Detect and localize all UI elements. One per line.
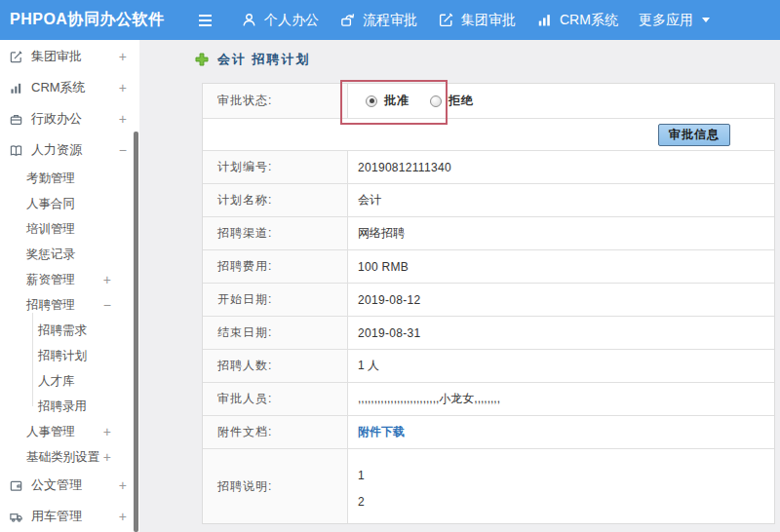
field-value: 网络招聘 xyxy=(348,217,774,249)
nav-item-group-approval[interactable]: 集团审批 xyxy=(438,12,516,29)
document-icon xyxy=(9,478,23,493)
expand-icon[interactable]: + xyxy=(103,272,111,287)
radio-approve-label[interactable]: 批准 xyxy=(384,93,410,109)
sidebar-item-label: 考勤管理 xyxy=(26,171,75,187)
nav-label: CRM系统 xyxy=(560,12,618,29)
approval-info-button[interactable]: 审批信息 xyxy=(658,124,730,146)
form-row-description: 招聘说明: 1 2 xyxy=(203,449,774,523)
radio-approve[interactable] xyxy=(366,95,377,107)
form-row-button: 审批信息 xyxy=(203,119,774,151)
sidebar-item-training[interactable]: 培训管理 xyxy=(0,216,139,242)
description-line: 1 xyxy=(358,463,774,489)
nav-item-process-approval[interactable]: 流程审批 xyxy=(339,12,417,29)
expand-icon[interactable]: + xyxy=(119,49,127,64)
sidebar-item-hr-contract[interactable]: 人事合同 xyxy=(0,191,139,216)
sidebar-item-label: 招聘需求 xyxy=(38,323,87,339)
form-row-status: 审批状态: 批准 拒绝 xyxy=(203,84,774,119)
user-icon xyxy=(241,12,257,28)
form-row-approvers: 审批人员: ,,,,,,,,,,,,,,,,,,,,,,,,,小龙女,,,,,,… xyxy=(203,383,774,416)
sidebar-item-recruit-plan[interactable]: 招聘计划 xyxy=(0,343,139,368)
sidebar-item-crm[interactable]: CRM系统 + xyxy=(0,72,139,103)
field-value: 2019-08-12 xyxy=(348,284,774,316)
edit-square-icon xyxy=(9,50,23,64)
expand-icon[interactable]: + xyxy=(103,449,111,465)
nav-item-crm[interactable]: CRM系统 xyxy=(536,12,618,29)
field-label: 计划编号: xyxy=(203,151,348,183)
form-row-headcount: 招聘人数: 1 人 xyxy=(203,350,774,383)
field-label: 审批状态: xyxy=(203,84,348,118)
flow-icon xyxy=(339,12,356,28)
page-header: 会计 招聘计划 xyxy=(195,51,311,68)
sidebar-item-label: 培训管理 xyxy=(26,221,75,238)
form-row-attachment: 附件文档: 附件下载 xyxy=(203,416,774,449)
sidebar-scrollbar[interactable] xyxy=(134,132,138,532)
sidebar-item-label: 奖惩记录 xyxy=(26,247,75,263)
sidebar-item-hr[interactable]: 人力资源 − xyxy=(0,134,139,166)
form-row-start-date: 开始日期: 2019-08-12 xyxy=(203,284,774,317)
nav-label: 集团审批 xyxy=(461,12,516,29)
radio-reject-label[interactable]: 拒绝 xyxy=(448,93,474,109)
recruit-plan-form: 审批状态: 批准 拒绝 审批信息 计划编号: 20190812111340 计划… xyxy=(202,83,775,524)
field-value: ,,,,,,,,,,,,,,,,,,,,,,,,,小龙女,,,,,,,, xyxy=(348,383,774,415)
bar-chart-icon xyxy=(9,81,23,95)
field-label: 审批人员: xyxy=(203,383,348,415)
sidebar-item-recruit-demand[interactable]: 招聘需求 xyxy=(0,318,139,343)
field-value: 20190812111340 xyxy=(348,151,774,183)
sidebar-item-document-mgmt[interactable]: 公文管理 + xyxy=(0,470,139,501)
expand-icon[interactable]: + xyxy=(119,111,127,127)
nav-label: 流程审批 xyxy=(363,12,417,29)
field-value: 100 RMB xyxy=(348,250,774,283)
field-value: 1 人 xyxy=(348,350,774,382)
sidebar-item-group-approval[interactable]: 集团审批 + xyxy=(0,41,139,72)
sidebar-item-label: 集团审批 xyxy=(31,48,82,65)
app-title: PHPOA协同办公软件 xyxy=(10,10,187,30)
sidebar-item-label: 人力资源 xyxy=(31,141,82,159)
form-row-end-date: 结束日期: 2019-08-31 xyxy=(203,317,774,350)
form-row-plan-number: 计划编号: 20190812111340 xyxy=(203,151,774,184)
nav-item-personal-office[interactable]: 个人办公 xyxy=(241,12,319,29)
sidebar-item-personnel-mgmt[interactable]: 人事管理 + xyxy=(0,419,139,444)
sidebar-item-label: 人事合同 xyxy=(26,196,75,212)
briefcase-icon xyxy=(9,112,23,127)
sidebar-item-rewards[interactable]: 奖惩记录 xyxy=(0,242,139,267)
form-row-channel: 招聘渠道: 网络招聘 xyxy=(203,217,774,250)
expand-icon[interactable]: − xyxy=(103,297,111,313)
sidebar-item-recruit-hire[interactable]: 招聘录用 xyxy=(0,394,139,419)
sidebar-item-salary[interactable]: 薪资管理 + xyxy=(0,267,139,292)
nav-item-more-apps[interactable]: 更多应用 xyxy=(639,12,710,29)
field-label: 计划名称: xyxy=(203,184,348,216)
field-label: 招聘人数: xyxy=(203,350,348,382)
sidebar-item-attendance[interactable]: 考勤管理 xyxy=(0,166,139,191)
field-label: 招聘渠道: xyxy=(203,217,348,249)
nav-label: 个人办公 xyxy=(264,12,319,29)
truck-icon xyxy=(9,510,23,524)
bar-chart-icon xyxy=(536,12,553,28)
sidebar-item-base-category[interactable]: 基础类别设置 + xyxy=(0,444,139,470)
sidebar-item-admin-office[interactable]: 行政办公 + xyxy=(0,103,139,134)
edit-square-icon xyxy=(438,12,454,28)
sidebar-item-label: 人事管理 xyxy=(26,424,75,440)
radio-reject[interactable] xyxy=(430,95,442,107)
book-icon xyxy=(9,143,23,158)
expand-icon[interactable]: + xyxy=(119,477,127,493)
expand-icon[interactable]: + xyxy=(119,509,127,524)
sidebar-item-label: 基础类别设置 xyxy=(26,449,99,466)
sidebar-item-vehicle-mgmt[interactable]: 用车管理 + xyxy=(0,501,139,532)
expand-icon[interactable]: + xyxy=(119,80,127,95)
hamburger-menu-icon[interactable] xyxy=(199,15,212,26)
sidebar-item-label: 招聘录用 xyxy=(38,399,87,415)
field-value: 2019-08-31 xyxy=(348,317,774,349)
sidebar-item-recruit-mgmt[interactable]: 招聘管理 − xyxy=(0,292,139,318)
field-label: 结束日期: xyxy=(203,317,348,349)
description-line: 2 xyxy=(358,489,774,515)
form-row-plan-name: 计划名称: 会计 xyxy=(203,184,774,217)
expand-icon[interactable]: + xyxy=(103,424,111,439)
sidebar-item-label: 用车管理 xyxy=(31,508,82,525)
expand-icon[interactable]: − xyxy=(119,142,127,158)
sidebar-item-talent-pool[interactable]: 人才库 xyxy=(0,368,139,394)
top-nav: 个人办公 流程审批 集团审批 xyxy=(241,12,710,29)
page-title: 会计 招聘计划 xyxy=(217,51,311,68)
sidebar-item-label: 公文管理 xyxy=(31,476,82,494)
sidebar-item-label: 人才库 xyxy=(38,373,75,390)
attachment-download-link[interactable]: 附件下载 xyxy=(358,424,405,440)
